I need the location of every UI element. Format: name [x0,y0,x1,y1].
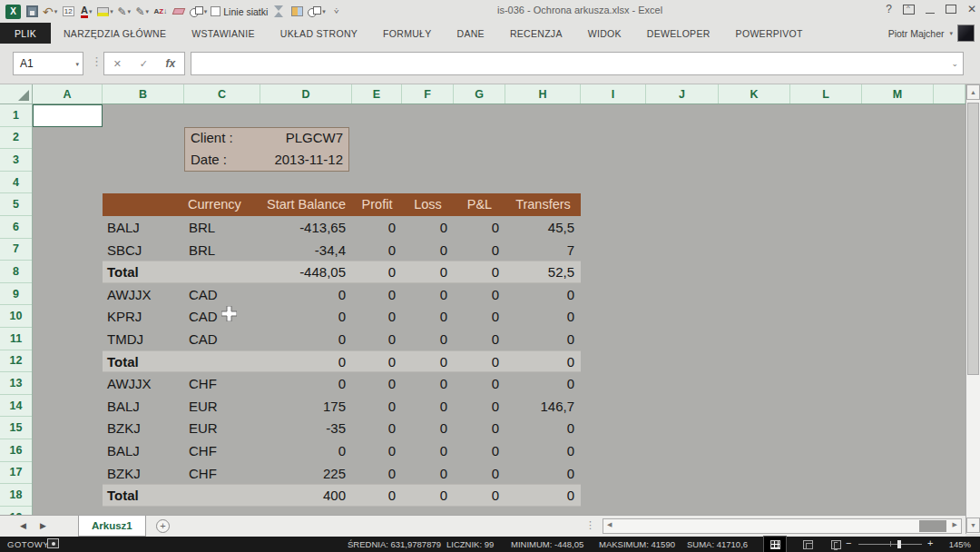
cell-name[interactable]: BALJ [103,395,184,418]
ribbon-tab-widok[interactable]: WIDOK [575,23,634,44]
cell-loss[interactable]: 0 [402,305,454,328]
cell-loss[interactable]: 0 [402,417,454,439]
cell-start-balance[interactable]: 0 [260,328,352,350]
cell-pl[interactable]: 0 [454,328,505,350]
row-header-5[interactable]: 5 [0,193,32,216]
cell-name[interactable]: AWJJX [103,372,184,395]
zoom-in-icon[interactable]: + [927,538,933,548]
tab-splitter[interactable]: ⋮ [585,519,595,531]
sheet-tab-arkusz1[interactable]: Arkusz1 [78,516,146,537]
row-header-7[interactable]: 7 [0,239,32,261]
draw-border-grid-icon[interactable]: ✎▾ [135,4,150,20]
enter-icon[interactable]: ✓ [140,58,148,70]
cell-transfers[interactable]: 0 [505,283,581,306]
cell-name[interactable]: Total [103,484,184,507]
cell-loss[interactable]: 0 [402,328,454,350]
ribbon-tab-recenzja[interactable]: RECENZJA [497,23,575,44]
row-header-15[interactable]: 15 [0,417,32,439]
cell-transfers[interactable]: 0 [505,439,581,462]
selected-cell-a1[interactable] [33,104,103,127]
cell-loss[interactable]: 0 [402,439,454,462]
row-header-13[interactable]: 13 [0,372,32,395]
cell-loss[interactable]: 0 [402,395,454,418]
column-header-a[interactable]: A [33,84,103,104]
name-box-splitter[interactable]: ⋮ [91,54,103,68]
cell-start-balance[interactable]: -35 [260,417,352,439]
cell-loss[interactable]: 0 [402,261,454,283]
column-header-i[interactable]: I [581,84,646,104]
cell-styles-icon[interactable] [289,4,304,20]
ribbon-tab-układ-strony[interactable]: UKŁAD STRONY [268,23,370,44]
sheet-grid[interactable]: Client :PLGCW7Date :2013-11-12CurrencySt… [33,104,965,515]
cell-start-balance[interactable]: 0 [260,283,352,306]
scroll-down-icon[interactable]: ▼ [966,518,980,533]
restore-icon[interactable] [946,5,956,14]
cell-currency[interactable] [184,350,260,373]
cell-loss[interactable]: 0 [402,216,454,239]
row-header-14[interactable]: 14 [0,395,32,418]
cell-name[interactable]: BZKJ [103,462,184,485]
ribbon-tab-formuły[interactable]: FORMUŁY [370,23,444,44]
hourglass-icon[interactable] [271,4,286,20]
view-page-layout-button[interactable] [797,537,818,552]
cell-loss[interactable]: 0 [402,484,454,507]
row-header-18[interactable]: 18 [0,484,32,507]
ribbon-tab-narzędzia-główne[interactable]: NARZĘDZIA GŁÓWNE [51,23,179,44]
cell-pl[interactable]: 0 [454,216,505,239]
excel-logo-icon[interactable]: X [5,4,21,20]
scroll-right-icon[interactable]: ▶ [953,521,957,528]
cell-pl[interactable]: 0 [454,372,505,395]
eraser-icon[interactable] [172,4,186,20]
zoom-level[interactable]: 145% [949,539,971,549]
cell-currency[interactable]: CAD [184,328,260,350]
column-header-h[interactable]: H [505,84,581,104]
cell-transfers[interactable]: 0 [505,372,581,395]
row-header-8[interactable]: 8 [0,261,32,283]
column-header-c[interactable]: C [184,84,260,104]
cell-currency[interactable]: CHF [184,439,260,462]
cell-currency[interactable] [184,261,260,283]
view-page-break-button[interactable] [825,537,847,552]
cell-currency[interactable]: CHF [184,462,260,485]
cell-loss[interactable]: 0 [402,462,454,485]
cell-pl[interactable]: 0 [454,239,505,261]
cell-start-balance[interactable]: 0 [260,305,352,328]
minimize-icon[interactable] [926,13,935,14]
ribbon-tab-wstawianie[interactable]: WSTAWIANIE [179,23,268,44]
cell-name[interactable]: TMDJ [103,328,184,350]
number-12-icon[interactable]: 12 [61,4,75,20]
cell-pl[interactable]: 0 [454,350,505,373]
cell-profit[interactable]: 0 [352,439,402,462]
save-icon[interactable] [24,4,39,20]
cell-pl[interactable]: 0 [454,305,505,328]
row-header-17[interactable]: 17 [0,462,32,485]
cell-profit[interactable]: 0 [352,239,402,261]
sheet-nav-left-icon[interactable]: ◀ [20,521,26,530]
checkbox-icon[interactable] [211,6,220,16]
cell-profit[interactable]: 0 [352,283,402,306]
cell-start-balance[interactable]: 0 [260,372,352,395]
cell-start-balance[interactable]: -413,65 [260,216,352,239]
sort-icon[interactable]: AZ↓ [153,4,168,20]
cell-currency[interactable]: CHF [184,372,260,395]
row-header-12[interactable]: 12 [0,350,32,373]
cell-name[interactable]: AWJJX [103,283,184,306]
row-header-19[interactable]: 19 [0,507,32,515]
cell-pl[interactable]: 0 [454,484,505,507]
row-header-9[interactable]: 9 [0,283,32,306]
cell-name[interactable]: Total [103,350,184,373]
shapes-icon[interactable]: ▾ [190,4,208,20]
cell-currency[interactable] [184,484,260,507]
row-header-3[interactable]: 3 [0,149,32,172]
horizontal-scrollbar[interactable]: ◀ ▶ [603,518,962,534]
column-header-l[interactable]: L [790,84,862,104]
cell-name[interactable]: Total [103,261,184,283]
cell-currency[interactable]: EUR [184,417,260,439]
shapes-2-icon[interactable]: ▾ [308,4,326,20]
cell-profit[interactable]: 0 [352,372,402,395]
vertical-scrollbar-thumb[interactable] [967,103,979,375]
cell-loss[interactable]: 0 [402,239,454,261]
chevron-down-icon[interactable]: ▾ [75,61,79,68]
undo-icon[interactable]: ↶▾ [43,4,57,20]
cell-profit[interactable]: 0 [352,305,402,328]
